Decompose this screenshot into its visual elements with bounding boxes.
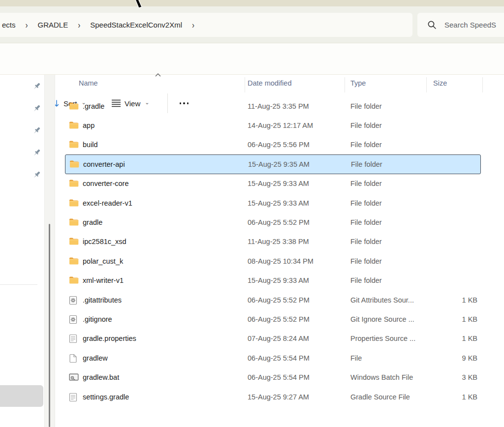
file-date: 15-Aug-25 9:35 AM bbox=[248, 160, 310, 168]
file-name: app bbox=[83, 122, 94, 129]
file-row[interactable]: gradle06-Aug-25 5:52 PMFile folder bbox=[65, 213, 481, 232]
file-type: File folder bbox=[350, 102, 382, 110]
folder-icon bbox=[69, 199, 79, 208]
column-header-date-modified[interactable]: Date modified bbox=[248, 79, 291, 87]
file-date: 15-Aug-25 9:33 AM bbox=[248, 180, 309, 187]
file-type: File folder bbox=[350, 122, 382, 129]
file-name: gradlew.bat bbox=[83, 373, 119, 381]
folder-icon bbox=[69, 218, 79, 227]
folder-icon bbox=[69, 237, 79, 246]
file-type: File folder bbox=[350, 276, 382, 284]
address-bar: ects › GRADLE › SpeedStackExcelConv2Xml … bbox=[0, 6, 504, 43]
file-date: 06-Aug-25 5:56 PM bbox=[248, 141, 310, 149]
pin-icon[interactable] bbox=[32, 104, 41, 114]
breadcrumb-item-projects[interactable]: ects bbox=[1, 21, 17, 29]
file-type: File folder bbox=[350, 199, 382, 207]
file-type: Windows Batch File bbox=[350, 373, 413, 381]
folder-icon bbox=[69, 179, 79, 188]
file-size: 1 KB bbox=[438, 393, 477, 401]
breadcrumb-chevron-icon[interactable]: › bbox=[69, 20, 89, 30]
sidebar-scrollbar-thumb[interactable] bbox=[49, 224, 50, 427]
file-date: 06-Aug-25 5:54 PM bbox=[248, 354, 310, 362]
file-name: gradle bbox=[83, 218, 102, 226]
file-name: ipc2581c_xsd bbox=[83, 238, 126, 245]
file-name: .gitignore bbox=[83, 315, 112, 323]
file-row[interactable]: converter-core15-Aug-25 9:33 AMFile fold… bbox=[65, 174, 481, 193]
file-row[interactable]: .gitattributes06-Aug-25 5:52 PMGit Attri… bbox=[65, 290, 481, 309]
file-type: File folder bbox=[350, 141, 382, 149]
column-resize-handle[interactable] bbox=[426, 77, 427, 92]
folder-icon bbox=[69, 160, 79, 169]
file-date: 06-Aug-25 5:52 PM bbox=[248, 315, 310, 323]
file-type: File folder bbox=[351, 160, 382, 168]
pin-icon[interactable] bbox=[32, 148, 41, 158]
sidebar-item-partial[interactable] bbox=[0, 385, 43, 407]
file-row[interactable]: .gitignore06-Aug-25 5:52 PMGit Ignore So… bbox=[65, 309, 481, 329]
file-row[interactable]: .gradle11-Aug-25 3:35 PMFile folder bbox=[65, 96, 481, 116]
file-size: 9 KB bbox=[438, 354, 477, 362]
file-date: 15-Aug-25 9:33 AM bbox=[248, 276, 309, 284]
folder-icon bbox=[69, 140, 79, 149]
file-date: 08-Aug-25 10:34 PM bbox=[248, 257, 314, 265]
breadcrumb-item-current-folder[interactable]: SpeedStackExcelConv2Xml bbox=[89, 21, 183, 29]
file-list: .gradle11-Aug-25 3:35 PMFile folderapp14… bbox=[65, 96, 481, 406]
file-date: 11-Aug-25 3:35 PM bbox=[248, 102, 309, 110]
file-type: File folder bbox=[350, 218, 382, 226]
file-type: Git Attributes Sour... bbox=[350, 296, 414, 304]
file-type: Properties Source ... bbox=[350, 335, 415, 342]
gear-doc-icon bbox=[69, 315, 79, 324]
breadcrumb-item-gradle[interactable]: GRADLE bbox=[37, 21, 69, 29]
file-row[interactable]: excel-reader-v115-Aug-25 9:33 AMFile fol… bbox=[65, 193, 481, 213]
file-size: 1 KB bbox=[438, 315, 477, 323]
column-resize-handle[interactable] bbox=[345, 77, 345, 92]
file-size: 1 KB bbox=[438, 296, 477, 304]
sidebar-divider bbox=[0, 284, 37, 285]
breadcrumb-chevron-icon[interactable]: › bbox=[17, 20, 37, 30]
file-row[interactable]: gradle.properties07-Aug-25 8:24 AMProper… bbox=[65, 329, 481, 348]
file-row[interactable]: converter-api15-Aug-25 9:35 AMFile folde… bbox=[65, 154, 481, 174]
file-row[interactable]: app14-Aug-25 12:17 AMFile folder bbox=[65, 116, 481, 135]
file-row[interactable]: build06-Aug-25 5:56 PMFile folder bbox=[65, 135, 481, 154]
file-name: converter-api bbox=[83, 160, 125, 168]
window-top-strip bbox=[0, 0, 504, 6]
pin-icon[interactable] bbox=[32, 82, 41, 92]
file-name: .gradle bbox=[83, 102, 104, 110]
column-resize-handle[interactable] bbox=[482, 77, 483, 92]
mouse-cursor bbox=[130, 0, 147, 10]
pin-icon[interactable] bbox=[32, 170, 41, 180]
text-doc-icon bbox=[69, 334, 79, 343]
file-type: File bbox=[350, 354, 362, 362]
file-date: 15-Aug-25 9:33 AM bbox=[248, 199, 309, 207]
file-row[interactable]: xml-writer-v115-Aug-25 9:33 AMFile folde… bbox=[65, 271, 481, 290]
file-row[interactable]: gradlew.bat06-Aug-25 5:54 PMWindows Batc… bbox=[65, 367, 481, 387]
search-icon bbox=[427, 20, 437, 30]
content-divider bbox=[43, 74, 504, 75]
file-date: 07-Aug-25 8:24 AM bbox=[248, 335, 309, 342]
search-input[interactable]: Search SpeedS bbox=[444, 21, 496, 29]
breadcrumb-chevron-icon[interactable]: › bbox=[183, 20, 203, 30]
file-name: polar_cust_k bbox=[83, 257, 123, 265]
file-row[interactable]: settings.gradle15-Aug-25 9:27 AMGradle S… bbox=[65, 387, 481, 406]
column-header-size[interactable]: Size bbox=[433, 79, 447, 87]
file-name: converter-core bbox=[83, 180, 128, 187]
file-type: Gradle Source File bbox=[350, 393, 410, 401]
command-toolbar: Sort ⌄ View ⌄ bbox=[0, 43, 504, 75]
file-name: gradlew bbox=[83, 354, 108, 362]
folder-icon bbox=[69, 102, 79, 111]
file-size: 3 KB bbox=[438, 373, 477, 381]
pin-icon[interactable] bbox=[32, 126, 41, 136]
file-type: File folder bbox=[350, 257, 382, 265]
breadcrumb: ects › GRADLE › SpeedStackExcelConv2Xml … bbox=[0, 13, 412, 37]
search-box[interactable]: Search SpeedS bbox=[417, 13, 504, 37]
file-date: 06-Aug-25 5:52 PM bbox=[248, 218, 310, 226]
file-size: 1 KB bbox=[438, 335, 477, 342]
column-header-type[interactable]: Type bbox=[350, 79, 366, 87]
file-row[interactable]: ipc2581c_xsd11-Aug-25 3:38 PMFile folder bbox=[65, 232, 481, 251]
column-header-name[interactable]: Name bbox=[79, 79, 98, 87]
column-resize-handle[interactable] bbox=[245, 77, 245, 92]
file-name: xml-writer-v1 bbox=[83, 276, 124, 284]
file-name: .gitattributes bbox=[83, 296, 122, 304]
file-row[interactable]: polar_cust_k08-Aug-25 10:34 PMFile folde… bbox=[65, 251, 481, 271]
gear-doc-icon bbox=[69, 296, 79, 305]
file-row[interactable]: gradlew06-Aug-25 5:54 PMFile9 KB bbox=[65, 348, 481, 367]
